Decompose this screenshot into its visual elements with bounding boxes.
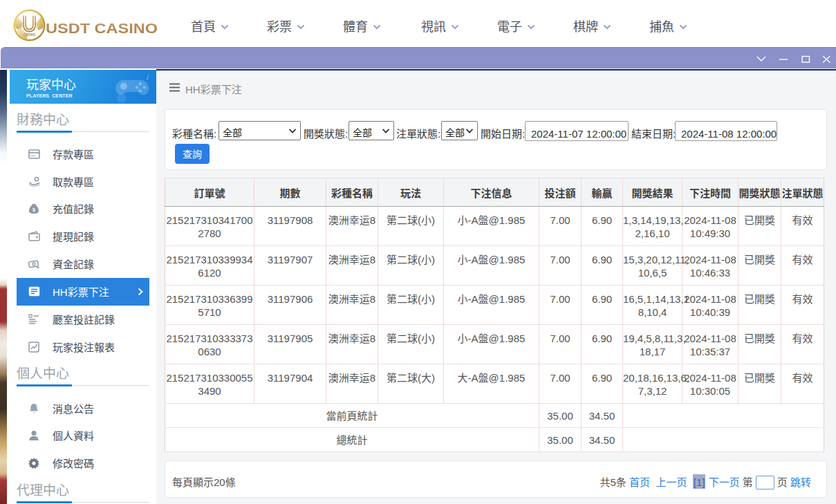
svg-text:CASINO: CASINO bbox=[24, 33, 36, 37]
svg-text:$: $ bbox=[32, 206, 35, 213]
